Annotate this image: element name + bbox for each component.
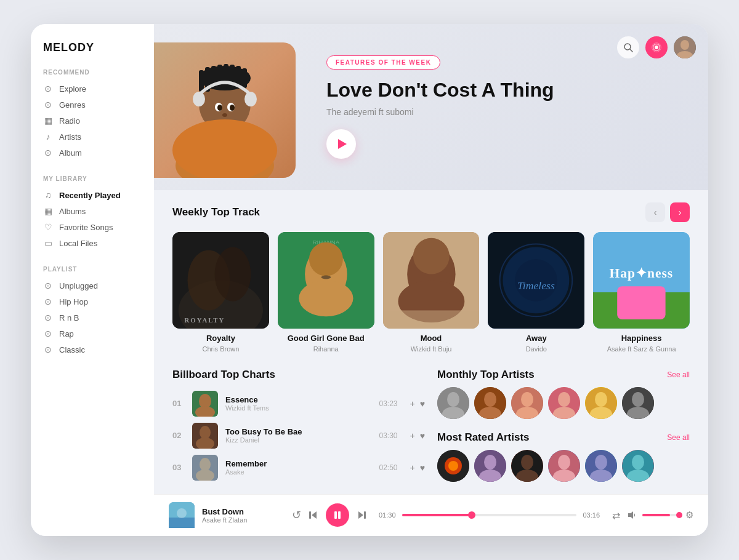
albums-icon: ▦ [43, 206, 53, 216]
track-card-away[interactable]: Timeless Away Davido [488, 232, 584, 353]
prev-arrow-button[interactable]: ‹ [645, 202, 665, 222]
player-track-info: Bust Down Asake ft Zlatan [169, 502, 280, 528]
chart-item-essence[interactable]: 01 Essence Wizkid ft Tems [172, 391, 425, 417]
rated-artist-3[interactable] [511, 450, 543, 482]
svg-rect-4 [199, 70, 204, 92]
user-avatar[interactable] [674, 36, 696, 58]
prev-track-button[interactable] [309, 510, 318, 520]
chart-item-toobusytobebae[interactable]: 02 Too Busy To Be Bae Kizz Danie [172, 423, 425, 449]
sidebar-item-radio[interactable]: ▦ Radio [43, 113, 142, 129]
favorite-toobusytobebae[interactable]: ♥ [420, 431, 425, 441]
recently-played-icon: ♫ [43, 190, 53, 200]
replay-button[interactable]: ↺ [292, 508, 301, 522]
sidebar: MELODY RECOMMEND ⊙ Explore ⊙ Genres ▦ Ra… [31, 24, 154, 536]
search-button[interactable] [617, 36, 639, 58]
monthly-artist-6[interactable] [622, 387, 654, 419]
live-button[interactable] [645, 36, 668, 58]
next-arrow-button[interactable]: › [670, 202, 690, 222]
next-track-button[interactable] [357, 510, 366, 520]
add-to-playlist-toobusytobebae[interactable]: + [410, 431, 415, 441]
pause-button[interactable] [326, 503, 349, 527]
sidebar-item-artists[interactable]: ♪ Artists [43, 129, 142, 145]
monthly-artist-4[interactable] [548, 387, 580, 419]
rated-artist-4[interactable] [548, 450, 580, 482]
add-to-playlist-essence[interactable]: + [410, 399, 415, 409]
chart-info-toobusytobebae: Too Busy To Be Bae Kizz Daniel [225, 427, 371, 444]
rated-artists-title: Most Rated Artists [437, 431, 530, 444]
monthly-artist-1[interactable] [437, 387, 469, 419]
header-icons [617, 36, 696, 58]
svg-rect-43 [383, 310, 480, 328]
track-card-rihanna[interactable]: RIHANNA Good Girl Gone Bad Rihanna [278, 232, 374, 353]
rated-artist-1[interactable] [437, 450, 469, 482]
chart-song-remember: Remember [225, 459, 371, 468]
sidebar-item-explore[interactable]: ⊙ Explore [43, 81, 142, 97]
rated-artist-2[interactable] [474, 450, 506, 482]
svg-rect-103 [334, 511, 337, 519]
add-to-playlist-remember[interactable]: + [410, 463, 415, 473]
chart-list: 01 Essence Wizkid ft Tems [172, 391, 425, 481]
away-art: Timeless [488, 232, 584, 329]
radio-icon: ▦ [43, 116, 53, 126]
current-time: 01:30 [379, 511, 396, 519]
rap-icon: ⊙ [43, 329, 53, 338]
favorite-remember[interactable]: ♥ [420, 463, 425, 473]
sidebar-item-favorites[interactable]: ♡ Favorite Songs [43, 219, 142, 235]
svg-point-60 [200, 458, 211, 471]
rated-artist-5[interactable] [585, 450, 617, 482]
progress-bar[interactable] [402, 514, 577, 516]
remember-art-icon [192, 455, 218, 481]
shuffle-button[interactable]: ⇄ [612, 510, 620, 521]
hero-play-button[interactable] [326, 129, 356, 159]
classic-icon: ⊙ [43, 345, 53, 354]
rated-artists-see-all[interactable]: See all [667, 433, 690, 442]
track-card-happiness[interactable]: Hap✦ness Happiness Asake ft Sarz & Gunna [593, 232, 690, 353]
sidebar-item-rnb[interactable]: ⊙ R n B [43, 310, 142, 326]
volume-bar[interactable] [642, 514, 679, 516]
sidebar-item-unplugged[interactable]: ⊙ Unplugged [43, 278, 142, 294]
player-track-artist: Asake ft Zlatan [202, 516, 247, 524]
svg-point-12 [193, 92, 205, 106]
svg-point-100 [177, 508, 187, 518]
sidebar-item-albums[interactable]: ▦ Albums [43, 203, 142, 219]
main-content: FEATURES OF THE WEEK Love Don't Cost A T… [154, 24, 708, 536]
billboard-title: Billboard Top Charts [172, 369, 275, 381]
track-artist-mood: Wizkid ft Buju [411, 345, 452, 353]
sidebar-item-recently-played[interactable]: ♫ Recently Played [43, 187, 142, 203]
monthly-artist-3[interactable] [511, 387, 543, 419]
hero-image [154, 42, 302, 172]
settings-button[interactable]: ⚙ [685, 510, 693, 521]
monthly-artists-row: Monthly Top Artists See all [437, 369, 690, 419]
sidebar-item-genres[interactable]: ⊙ Genres [43, 97, 142, 113]
rated-artist-6[interactable] [622, 450, 654, 482]
chart-artist-toobusytobebae: Kizz Daniel [225, 436, 371, 444]
player-right-controls: ⇄ ⚙ [612, 510, 693, 521]
svg-point-87 [521, 455, 533, 470]
favorites-icon: ♡ [43, 222, 53, 232]
track-card-royalty[interactable]: ROYALTY Royalty Chris Brown [172, 232, 269, 353]
svg-point-16 [217, 105, 222, 111]
live-icon [652, 42, 661, 52]
sidebar-item-rap[interactable]: ⊙ Rap [43, 326, 142, 342]
sidebar-item-local-files[interactable]: ▭ Local Files [43, 235, 142, 251]
chart-num-1: 01 [172, 399, 185, 408]
sidebar-item-hiphop[interactable]: ⊙ Hip Hop [43, 294, 142, 310]
recommend-section: RECOMMEND ⊙ Explore ⊙ Genres ▦ Radio ♪ A… [43, 69, 142, 161]
billboard-section: Billboard Top Charts 01 [172, 369, 425, 482]
monthly-artist-2[interactable] [474, 387, 506, 419]
monthly-artist-5[interactable] [585, 387, 617, 419]
sidebar-item-classic[interactable]: ⊙ Classic [43, 342, 142, 358]
svg-text:ROYALTY: ROYALTY [185, 316, 225, 324]
svg-rect-105 [364, 511, 366, 519]
favorite-essence[interactable]: ♥ [420, 399, 425, 409]
rated-artists-row: Most Rated Artists See all [437, 431, 690, 482]
monthly-artists-see-all[interactable]: See all [667, 370, 690, 379]
svg-point-75 [595, 392, 607, 407]
svg-point-90 [558, 455, 570, 470]
chart-item-remember[interactable]: 03 Remember Asake [172, 455, 425, 481]
track-card-mood[interactable]: Mood Wizkid ft Buju [383, 232, 480, 353]
sidebar-item-album[interactable]: ⊙ Album [43, 145, 142, 161]
svg-rect-11 [242, 68, 247, 88]
monthly-artist-6-icon [622, 387, 654, 419]
svg-point-96 [632, 455, 644, 470]
